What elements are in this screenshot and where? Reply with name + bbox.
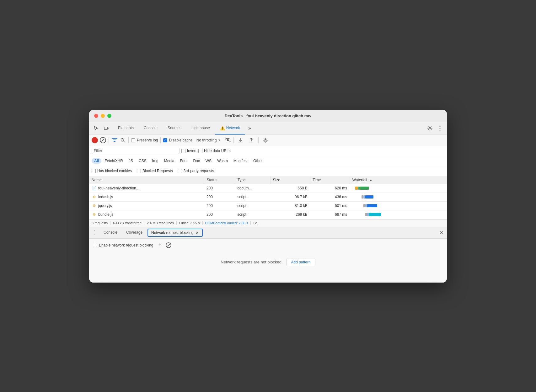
type-btn-media[interactable]: Media [162,158,177,164]
tab-lighthouse[interactable]: Lighthouse [186,122,215,135]
col-header-size[interactable]: Size [270,176,310,184]
type-btn-doc[interactable]: Doc [190,158,202,164]
blocked-cookies-checkbox[interactable] [92,169,96,173]
not-blocked-area: Network requests are not blocked. Add pa… [93,258,443,266]
export-icon[interactable] [247,136,256,145]
type-btn-ws[interactable]: WS [203,158,214,164]
invert-checkbox-area[interactable]: Invert [181,149,196,153]
traffic-lights [94,114,111,118]
cursor-icon[interactable] [92,124,100,133]
type-btn-font[interactable]: Font [177,158,190,164]
tab-bar: Elements Console Sources Lighthouse ⚠️ N… [89,122,447,135]
type-btn-wasm[interactable]: Wasm [215,158,230,164]
import-icon[interactable] [236,136,245,145]
cell-name-3: ⚙ bundle.js [89,210,204,219]
tab-close-icon[interactable]: ✕ [196,230,199,235]
hide-urls-checkbox[interactable] [198,149,202,153]
table-row[interactable]: ⚙ jquery.js 200 script 81.0 kB 501 ms [89,201,447,210]
type-btn-css[interactable]: CSS [136,158,149,164]
cell-time-2: 501 ms [310,201,350,210]
disable-cache-label: Disable cache [169,138,192,142]
type-btn-manifest[interactable]: Manifest [231,158,250,164]
cell-size-3: 269 kB [270,210,310,219]
invert-checkbox[interactable] [181,149,185,153]
blocked-cookies-area[interactable]: Has blocked cookies [92,169,132,173]
blocked-requests-checkbox[interactable] [137,169,141,173]
svg-rect-1 [107,128,108,129]
tab-console[interactable]: Console [139,122,163,135]
third-party-checkbox[interactable] [178,169,182,173]
status-bar: 8 requests 633 kB transferred 2.4 MB res… [89,219,447,227]
warning-icon: ⚠️ [220,126,225,130]
type-btn-js[interactable]: JS [126,158,136,164]
record-button[interactable] [92,137,98,143]
settings-icon[interactable] [426,124,434,133]
preserve-log-checkbox[interactable]: Preserve log [131,138,158,142]
tab-elements[interactable]: Elements [113,122,139,135]
filter-icon[interactable] [111,137,118,143]
col-header-status[interactable]: Status [204,176,235,184]
cell-name-0: 📄 foul-heavenly-direction.... [89,184,204,193]
add-pattern-icon[interactable]: + [156,242,163,249]
cell-size-2: 81.0 kB [270,201,310,210]
bottom-menu-icon[interactable]: ⋮ [90,228,99,237]
sort-arrow-icon: ▲ [369,178,373,182]
online-icon[interactable] [225,137,231,143]
panel-close-icon[interactable]: ✕ [437,228,446,237]
bottom-tab-network-blocking[interactable]: Network request blocking ✕ [147,229,203,237]
network-table: Name Status Type Size Time Wat [89,176,447,219]
titlebar: DevTools - foul-heavenly-direction.glitc… [89,110,447,122]
cell-status-3: 200 [204,210,235,219]
type-btn-other[interactable]: Other [251,158,265,164]
blocking-actions: + [156,242,171,249]
col-header-name[interactable]: Name [89,176,204,184]
tab-bar-right [426,124,444,133]
blocked-cookies-label: Has blocked cookies [97,169,132,173]
table-row[interactable]: 📄 foul-heavenly-direction.... 200 docum.… [89,184,447,193]
type-btn-fetch-xhr[interactable]: Fetch/XHR [102,158,126,164]
cell-size-0: 658 B [270,184,310,193]
cell-type-2: script [235,201,270,210]
throttling-select[interactable]: No throttling [195,137,223,143]
minimize-button[interactable] [101,114,105,118]
network-settings-icon[interactable] [261,136,270,145]
filter-row: Invert Hide data URLs [89,146,447,156]
col-header-waterfall[interactable]: Waterfall ▲ [350,176,447,184]
no-entry-sm-icon[interactable] [166,242,171,248]
enable-blocking-label: Enable network request blocking [99,243,153,247]
disable-cache-area: Disable cache [163,138,192,142]
enable-blocking-checkbox[interactable] [93,243,97,247]
third-party-area[interactable]: 3rd-party requests [178,169,214,173]
filter-input[interactable] [92,148,180,154]
maximize-button[interactable] [107,114,111,118]
blocked-requests-area[interactable]: Blocked Requests [137,169,173,173]
cell-waterfall-0 [350,184,447,193]
svg-point-4 [440,128,441,129]
tab-network[interactable]: ⚠️ Network [215,122,245,135]
table-row[interactable]: ⚙ bundle.js 200 script 269 kB 687 ms [89,210,447,219]
clear-button[interactable] [100,137,106,143]
responsive-icon[interactable] [102,124,110,133]
cell-time-3: 687 ms [310,210,350,219]
col-header-time[interactable]: Time [310,176,350,184]
more-tabs-button[interactable]: » [246,125,254,131]
col-header-type[interactable]: Type [235,176,270,184]
preserve-log-check[interactable] [131,138,135,142]
table-row[interactable]: ⚙ lodash.js 200 script 96.7 kB 436 ms [89,193,447,201]
status-dom-loaded: DOMContentLoaded: 2.86 s [203,221,251,225]
preserve-log-label: Preserve log [137,138,158,142]
search-icon[interactable] [120,137,126,143]
close-button[interactable] [94,114,98,118]
add-pattern-button[interactable]: Add pattern [287,258,315,266]
more-options-icon[interactable] [436,124,444,133]
dropdown-arrow-icon [218,139,221,142]
type-btn-all[interactable]: All [92,158,101,164]
bottom-tab-console[interactable]: Console [99,227,122,238]
type-btn-img[interactable]: Img [150,158,161,164]
tab-sources[interactable]: Sources [163,122,186,135]
bottom-tab-coverage[interactable]: Coverage [122,227,147,238]
status-load: Lo... [251,221,262,225]
hide-urls-checkbox-area[interactable]: Hide data URLs [198,149,231,153]
disable-cache-checkbox[interactable] [163,138,167,142]
cell-name-2: ⚙ jquery.js [89,201,204,210]
